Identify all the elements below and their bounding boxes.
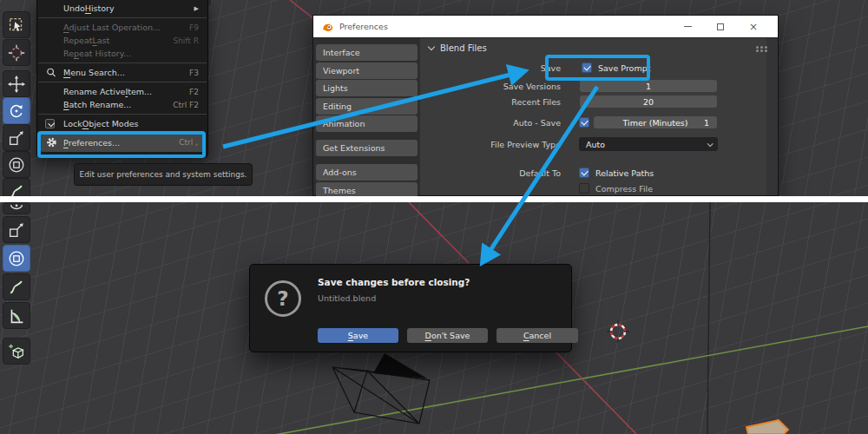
blend-files-panel-header[interactable]: Blend Files	[429, 43, 487, 53]
scale-icon	[7, 220, 26, 240]
measure-icon	[7, 306, 26, 326]
add-cube-tool-button[interactable]	[3, 338, 30, 365]
cursor-icon	[7, 43, 26, 62]
dialog-title: Save changes before closing?	[318, 277, 470, 287]
cursor-3d	[607, 320, 629, 343]
menu-item-label: Undo History	[63, 3, 115, 13]
rotate-tool-button-partial[interactable]	[3, 202, 30, 214]
box-select-tool-button[interactable]	[3, 11, 30, 38]
compress-file-row: Compress File	[424, 181, 653, 195]
relative-paths-row: Default To Relative Paths	[424, 166, 654, 180]
preferences-titlebar[interactable]: Preferences ×	[313, 16, 778, 37]
recent-files-row: Recent Files 20	[424, 95, 717, 108]
save-button[interactable]: Save	[318, 328, 398, 343]
menu-shortcut: Ctrl F2	[173, 101, 199, 109]
sidebar-item-addons[interactable]: Add-ons	[316, 164, 418, 181]
maximize-button[interactable]	[704, 18, 737, 36]
annotate-tool-button[interactable]	[3, 178, 30, 196]
highlight-box-preferences	[37, 131, 206, 158]
sidebar-item-viewport[interactable]: Viewport	[316, 62, 418, 79]
annotate-icon	[7, 278, 26, 297]
menu-item-undo-history[interactable]: Undo History ▶	[37, 2, 207, 15]
question-icon: ?	[265, 280, 301, 317]
submenu-arrow-icon: ▶	[194, 5, 199, 12]
transform-tool-button[interactable]	[3, 245, 30, 272]
move-tool-button[interactable]	[3, 70, 30, 97]
scale-icon	[7, 128, 26, 148]
file-preview-type-dropdown[interactable]: Auto	[579, 137, 718, 151]
menu-shortcut: F3	[189, 69, 199, 77]
screenshot-divider	[0, 196, 868, 202]
preferences-tooltip: Edit user preferences and system setting…	[74, 163, 253, 186]
camera-wireframe	[332, 353, 430, 424]
menu-item-adjust-last-operation[interactable]: Adjust Last Operation... F9	[37, 21, 207, 34]
auto-save-checkbox[interactable]	[579, 117, 589, 128]
transform-tool-button[interactable]	[3, 151, 30, 178]
scroll-gutter[interactable]	[766, 38, 778, 195]
rotate-icon	[7, 203, 26, 214]
rotate-tool-button[interactable]	[3, 97, 30, 124]
minimize-button[interactable]	[671, 18, 704, 36]
auto-save-row: Auto - Save Timer (Minutes) 1	[424, 115, 717, 129]
menu-shortcut: F9	[189, 23, 199, 32]
measure-tool-button[interactable]	[3, 302, 30, 329]
file-preview-type-row: File Preview Type Auto	[424, 137, 718, 151]
menu-item-rename-active-item[interactable]: Rename Active Item... F2	[37, 85, 207, 98]
3d-viewport-bottom[interactable]: ? Save changes before closing? Untitled.…	[0, 202, 868, 434]
menu-shortcut: Shift R	[173, 36, 199, 45]
3d-viewport-top[interactable]: Undo History ▶ Adjust Last Operation... …	[0, 0, 868, 196]
highlight-box-save-prompt	[545, 55, 650, 81]
dialog-filename: Untitled.blend	[318, 293, 376, 303]
menu-separator	[38, 82, 207, 82]
close-button[interactable]: ×	[737, 18, 770, 36]
menu-separator	[38, 62, 207, 63]
save-versions-field[interactable]: 1	[580, 80, 717, 92]
annotate-icon	[7, 182, 26, 197]
dont-save-button[interactable]: Don't Save	[407, 328, 488, 343]
annotate-tool-button[interactable]	[3, 273, 30, 300]
blender-screen: Undo History ▶ Adjust Last Operation... …	[0, 0, 868, 434]
transform-icon	[7, 249, 26, 268]
auto-save-timer-field[interactable]: Timer (Minutes) 1	[594, 116, 717, 128]
preferences-window: Preferences × Interface Viewport Lights …	[312, 15, 779, 196]
recent-files-field[interactable]: 20	[580, 95, 717, 108]
move-icon	[7, 75, 26, 94]
chevron-down-icon	[428, 43, 435, 50]
sidebar-item-themes[interactable]: Themes	[316, 182, 418, 197]
chevron-down-icon	[707, 141, 713, 147]
sidebar-item-lights[interactable]: Lights	[316, 80, 418, 96]
rotate-icon	[7, 102, 26, 121]
transform-icon	[7, 155, 26, 174]
sidebar-item-editing[interactable]: Editing	[316, 98, 418, 115]
menu-item-menu-search[interactable]: Menu Search... F3	[37, 66, 207, 79]
sidebar-item-animation[interactable]: Animation	[316, 115, 418, 132]
window-title: Preferences	[339, 22, 388, 31]
box-select-icon	[7, 16, 26, 35]
scale-tool-button[interactable]	[3, 124, 30, 151]
menu-separator	[38, 114, 207, 115]
sidebar-item-get-extensions[interactable]: Get Extensions	[316, 140, 418, 156]
blender-logo-icon	[321, 21, 333, 33]
menu-separator	[38, 17, 207, 18]
menu-item-lock-object-modes[interactable]: Lock Object Modes	[37, 117, 207, 130]
save-dialog: ? Save changes before closing? Untitled.…	[249, 264, 572, 352]
panel-options-icon[interactable]	[756, 46, 759, 49]
relative-paths-checkbox[interactable]	[579, 168, 589, 178]
scale-tool-button[interactable]	[3, 216, 30, 243]
selected-object	[746, 420, 788, 434]
cursor-tool-button[interactable]	[3, 39, 30, 66]
menu-item-batch-rename[interactable]: Batch Rename... Ctrl F2	[37, 98, 207, 111]
compress-file-checkbox[interactable]	[579, 183, 589, 194]
preferences-sidebar: Interface Viewport Lights Editing Animat…	[313, 38, 420, 195]
cancel-button[interactable]: Cancel	[496, 328, 578, 343]
search-icon	[45, 67, 56, 78]
save-versions-row: Save Versions 1	[424, 79, 717, 93]
menu-shortcut: F2	[189, 88, 199, 96]
menu-item-repeat-history[interactable]: Repeat History...	[37, 47, 207, 60]
menu-item-repeat-last[interactable]: Repeat Last Shift R	[37, 34, 207, 47]
add-cube-icon	[7, 342, 26, 361]
lock-object-modes-checkbox[interactable]	[45, 119, 55, 128]
sidebar-item-interface[interactable]: Interface	[316, 44, 418, 61]
